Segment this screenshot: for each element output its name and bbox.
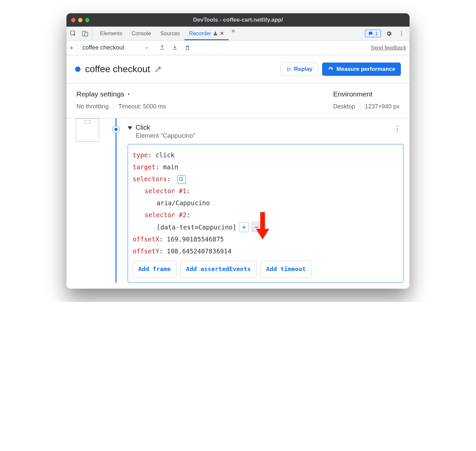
- issues-badge[interactable]: 1: [365, 30, 381, 37]
- svg-point-4: [401, 33, 402, 34]
- tab-sources[interactable]: Sources: [156, 27, 184, 40]
- replay-button[interactable]: Replay: [281, 63, 318, 76]
- maximize-window-icon[interactable]: [85, 18, 89, 22]
- edit-title-icon[interactable]: [155, 66, 162, 73]
- tab-console[interactable]: Console: [127, 27, 156, 40]
- more-tabs-icon[interactable]: »: [229, 27, 238, 40]
- selector-2-value[interactable]: [data-test=Cappucino]: [157, 221, 236, 233]
- chat-icon: [368, 31, 373, 36]
- chevron-right-icon: [127, 92, 130, 96]
- more-menu-icon[interactable]: [397, 29, 406, 38]
- tab-recorder[interactable]: Recorder ✕: [184, 27, 229, 40]
- svg-point-5: [401, 35, 402, 36]
- window-controls: [71, 18, 89, 22]
- play-icon: [286, 67, 292, 72]
- add-frame-button[interactable]: Add frame: [133, 260, 177, 278]
- tab-elements[interactable]: Elements: [95, 27, 127, 40]
- panel-tabbar: Elements Console Sources Recorder ✕ » 1: [66, 27, 410, 41]
- settings-section: Replay settings No throttling Timeout: 5…: [66, 83, 410, 118]
- gauge-icon: [328, 66, 334, 72]
- recording-select-value: coffee checkout: [82, 44, 124, 51]
- status-dot-icon: [75, 67, 80, 72]
- viewport-value: 1237×940 px: [365, 103, 400, 110]
- recording-select[interactable]: coffee checkout: [82, 44, 149, 51]
- step-header[interactable]: Click Element "Cappucino": [128, 124, 404, 139]
- recorder-toolbar: ＋ coffee checkout Send feedback: [66, 41, 410, 55]
- send-feedback-link[interactable]: Send feedback: [371, 45, 406, 51]
- titlebar: DevTools - coffee-cart.netlify.app/: [66, 13, 410, 27]
- environment-header: Environment: [333, 90, 400, 98]
- step-thumbnail: [76, 118, 99, 142]
- timeline-marker-icon: [112, 126, 120, 133]
- flask-icon: [213, 31, 218, 36]
- new-recording-button[interactable]: ＋: [70, 44, 78, 52]
- window-title: DevTools - coffee-cart.netlify.app/: [66, 17, 410, 23]
- device-value: Desktop: [333, 103, 355, 110]
- close-window-icon[interactable]: [71, 18, 75, 22]
- timeline: [104, 118, 128, 283]
- close-tab-icon[interactable]: ✕: [220, 30, 224, 37]
- step-details: type: click target: main selectors: sele…: [128, 144, 404, 283]
- svg-point-3: [401, 31, 402, 32]
- remove-selector-button[interactable]: −: [252, 222, 262, 232]
- svg-rect-2: [85, 32, 88, 36]
- timeout-value: Timeout: 5000 ms: [118, 103, 166, 110]
- step-menu-icon[interactable]: ⋮: [394, 124, 401, 133]
- steps-panel: Click Element "Cappucino" ⋮ type: click …: [66, 118, 410, 289]
- recording-title: coffee checkout: [85, 64, 150, 75]
- throttle-value: No throttling: [76, 103, 109, 110]
- recording-header: coffee checkout Replay Measure performan…: [66, 55, 410, 83]
- measure-performance-button[interactable]: Measure performance: [322, 63, 401, 76]
- import-icon[interactable]: [170, 43, 179, 53]
- add-selector-button[interactable]: +: [239, 222, 249, 232]
- add-asserted-events-button[interactable]: Add assertedEvents: [180, 260, 257, 278]
- step-subtitle: Element "Cappucino": [136, 132, 195, 139]
- inspect-icon[interactable]: [68, 29, 78, 38]
- issues-count: 1: [375, 31, 378, 36]
- replay-settings-header[interactable]: Replay settings: [76, 90, 166, 98]
- selector-1-value[interactable]: aria/Cappucino: [157, 199, 210, 207]
- chevron-down-icon: [144, 46, 149, 50]
- add-timeout-button[interactable]: Add timeout: [261, 260, 311, 278]
- delete-icon[interactable]: [183, 43, 192, 53]
- element-picker-icon[interactable]: [177, 175, 186, 184]
- minimize-window-icon[interactable]: [78, 18, 82, 22]
- caret-down-icon: [128, 126, 132, 130]
- step-title: Click: [136, 124, 195, 131]
- devtools-window: DevTools - coffee-cart.netlify.app/ Elem…: [66, 13, 410, 289]
- export-icon[interactable]: [158, 43, 167, 53]
- settings-icon[interactable]: [384, 29, 394, 38]
- device-toggle-icon[interactable]: [80, 29, 90, 38]
